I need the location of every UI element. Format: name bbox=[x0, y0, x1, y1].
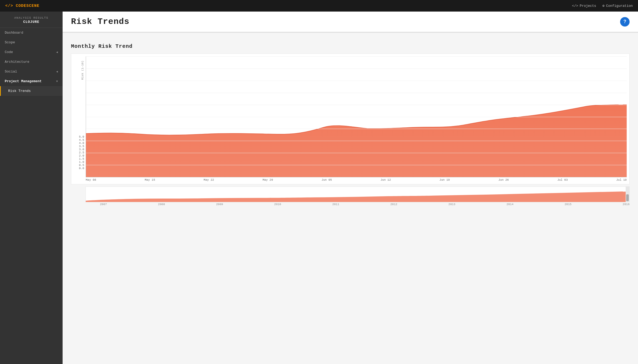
x-axis-labels: May 08 May 15 May 22 May 29 Jun 05 Jun 1… bbox=[71, 177, 627, 181]
chart-wrapper: Risk (1-10) 5.0 4.5 4.0 3.5 3.0 2.5 2.0 … bbox=[71, 56, 627, 177]
projects-link[interactable]: </> Projects bbox=[572, 4, 596, 8]
overview-chart-wrapper: 2007 2008 2009 2010 2011 2012 2013 2014 … bbox=[85, 185, 630, 206]
gear-icon: ⚙ bbox=[602, 4, 605, 8]
configuration-link[interactable]: ⚙ Configuration bbox=[602, 4, 633, 8]
sidebar-item-code[interactable]: Code ◀ bbox=[0, 47, 63, 57]
section-divider bbox=[63, 32, 638, 33]
grid-line-20 bbox=[86, 129, 627, 129]
code-chevron-icon: ◀ bbox=[56, 50, 58, 54]
sidebar: ANALYSIS RESULTS CLOJURE Dashboard Scope… bbox=[0, 12, 63, 364]
chart-area: Monthly Risk Trend Risk (1-10) 5.0 4.5 4… bbox=[63, 38, 638, 211]
sidebar-submenu-pm: Risk Trends bbox=[0, 86, 63, 96]
y-axis: Risk (1-10) 5.0 4.5 4.0 3.5 3.0 2.5 2.0 … bbox=[71, 56, 86, 177]
overview-labels: 2007 2008 2009 2010 2011 2012 2013 2014 … bbox=[85, 202, 630, 206]
project-name: CLOJURE bbox=[4, 20, 58, 24]
grid-line-40 bbox=[86, 81, 627, 81]
brand-logo[interactable]: </> CODESCENE bbox=[5, 4, 39, 8]
sidebar-item-social[interactable]: Social ◀ bbox=[0, 67, 63, 76]
navbar-right: </> Projects ⚙ Configuration bbox=[572, 4, 633, 8]
x-label-6: Jun 19 bbox=[439, 178, 450, 181]
overview-label-0: 2007 bbox=[100, 203, 107, 206]
overview-label-2: 2009 bbox=[216, 203, 223, 206]
overview-label-5: 2012 bbox=[390, 203, 397, 206]
y-tick-45: 4.5 bbox=[79, 138, 84, 142]
y-tick-00: 0.0 bbox=[79, 167, 84, 170]
x-label-2: May 22 bbox=[204, 178, 214, 181]
chart-plot-area bbox=[86, 56, 627, 177]
x-label-3: May 29 bbox=[262, 178, 273, 181]
overview-label-3: 2010 bbox=[274, 203, 281, 206]
brand-code: </> bbox=[5, 4, 13, 8]
code-icon: </> bbox=[572, 4, 578, 8]
overview-chart bbox=[85, 186, 630, 202]
analysis-results-label: ANALYSIS RESULTS bbox=[4, 16, 58, 19]
grid-line-30 bbox=[86, 105, 627, 105]
x-label-7: Jun 26 bbox=[498, 178, 509, 181]
sidebar-item-risk-trends[interactable]: Risk Trends bbox=[0, 86, 63, 96]
overview-label-9: 2016 bbox=[623, 203, 630, 206]
navbar: </> CODESCENE </> Projects ⚙ Configurati… bbox=[0, 0, 638, 12]
grid-line-25 bbox=[86, 117, 627, 117]
main-content: Risk Trends ? Monthly Risk Trend Risk (1… bbox=[63, 12, 638, 364]
sidebar-item-project-management[interactable]: Project Management ▼ bbox=[0, 76, 63, 86]
sidebar-item-architecture[interactable]: Architecture bbox=[0, 57, 63, 67]
grid-line-15 bbox=[86, 141, 627, 141]
chart-section-title: Monthly Risk Trend bbox=[71, 43, 630, 49]
layout: ANALYSIS RESULTS CLOJURE Dashboard Scope… bbox=[0, 12, 638, 364]
x-label-8: Jul 03 bbox=[557, 178, 568, 181]
x-label-5: Jun 12 bbox=[381, 178, 391, 181]
page-title: Risk Trends bbox=[71, 17, 129, 27]
overview-y-spacer bbox=[71, 185, 85, 206]
overview-label-8: 2015 bbox=[565, 203, 571, 206]
grid-line-10 bbox=[86, 153, 627, 153]
x-label-1: May 15 bbox=[145, 178, 155, 181]
y-tick-10: 1.0 bbox=[79, 160, 84, 164]
overview-chart-svg bbox=[86, 187, 629, 202]
help-button[interactable]: ? bbox=[620, 17, 630, 27]
sidebar-header: ANALYSIS RESULTS CLOJURE bbox=[0, 12, 63, 28]
chart-container: Risk (1-10) 5.0 4.5 4.0 3.5 3.0 2.5 2.0 … bbox=[71, 54, 630, 184]
y-tick-05: 0.5 bbox=[79, 164, 84, 167]
overview-area bbox=[86, 191, 629, 202]
scrollbar-thumb[interactable] bbox=[626, 194, 629, 201]
y-tick-40: 4.0 bbox=[79, 142, 84, 145]
grid-line-50 bbox=[86, 56, 627, 57]
overview-label-7: 2014 bbox=[507, 203, 513, 206]
y-tick-35: 3.5 bbox=[79, 145, 84, 148]
y-tick-50: 5.0 bbox=[79, 135, 84, 138]
social-chevron-icon: ◀ bbox=[56, 70, 58, 73]
spike-indicator bbox=[619, 100, 623, 105]
y-tick-15: 1.5 bbox=[79, 157, 84, 160]
grid-line-35 bbox=[86, 93, 627, 93]
page-header: Risk Trends ? bbox=[63, 12, 638, 32]
pm-chevron-icon: ▼ bbox=[56, 80, 58, 83]
scrollbar[interactable] bbox=[626, 187, 629, 202]
y-axis-title: Risk (1-10) bbox=[81, 59, 84, 80]
sidebar-item-scope[interactable]: Scope bbox=[0, 38, 63, 47]
sidebar-item-dashboard[interactable]: Dashboard bbox=[0, 28, 63, 38]
overview-row: 2007 2008 2009 2010 2011 2012 2013 2014 … bbox=[71, 185, 630, 206]
y-tick-20: 2.0 bbox=[79, 154, 84, 157]
overview-label-6: 2013 bbox=[448, 203, 455, 206]
grid-line-05 bbox=[86, 165, 627, 165]
y-tick-25: 2.5 bbox=[79, 151, 84, 154]
overview-label-4: 2011 bbox=[332, 203, 339, 206]
x-label-4: Jun 05 bbox=[322, 178, 332, 181]
brand-text: CODESCENE bbox=[16, 4, 39, 8]
y-tick-30: 3.0 bbox=[79, 148, 84, 151]
overview-label-1: 2008 bbox=[158, 203, 165, 206]
x-label-9: Jul 10 bbox=[616, 178, 627, 181]
grid-line-45 bbox=[86, 69, 627, 69]
x-label-0: May 08 bbox=[86, 178, 96, 181]
